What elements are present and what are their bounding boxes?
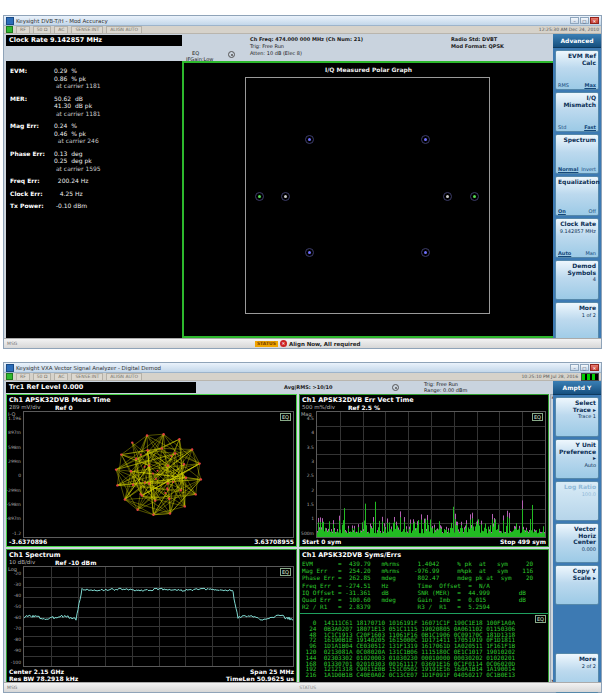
softkey-button[interactable]: Demod Symbols 4: [555, 260, 599, 300]
tick-label: -50: [14, 605, 22, 610]
softkey-label: Equalization: [558, 179, 596, 186]
tick-label: -897m: [6, 517, 22, 522]
minimize-button[interactable]: –: [570, 17, 579, 24]
active-function-bar: Clock Rate 9.142857 MHz: [6, 35, 182, 46]
softkey-menu-title: Advanced: [553, 34, 601, 48]
metric-value: 0.13 deg: [54, 150, 182, 158]
sweep-indicator-icon: [392, 384, 399, 391]
softkey-option-left[interactable]: Auto: [558, 250, 571, 256]
tick-label: 2.5: [307, 474, 315, 479]
softkey-button[interactable]: Select Trace ▸ Trace 1: [555, 397, 599, 437]
measurement-header: Clock Rate 9.142857 MHz EQ IFGain:Low Ch…: [4, 34, 601, 61]
status-bar: MSG STATUS ✕ Align Now, All required: [4, 338, 601, 348]
metric-label: Clock Err:: [10, 190, 54, 198]
app-icon: [6, 17, 14, 25]
softkey-option-right[interactable]: Man: [585, 250, 596, 256]
tick-label: 299m: [8, 460, 22, 465]
maximize-button[interactable]: ▢: [580, 364, 589, 371]
error-icon: ✕: [280, 340, 287, 347]
softkey-option-right[interactable]: Off: [589, 208, 596, 214]
metric-carrier: at carrier 1595: [54, 165, 182, 173]
align-segment: ALIGN AUTO: [106, 373, 142, 381]
pane-spectrum[interactable]: Ch1 Spectrum 10 dB/div Ref -10 dBm Log -…: [6, 549, 297, 684]
softkey-button[interactable]: Equalization On Off: [555, 176, 599, 216]
constellation-trace: [24, 412, 293, 537]
close-button[interactable]: ✕: [590, 17, 599, 24]
status-message: Align Now, All required: [289, 341, 360, 347]
maximize-button[interactable]: ▢: [580, 17, 589, 24]
window-title: Keysight VXA Vector Signal Analyzer - Di…: [16, 365, 570, 371]
tick-label: -20: [14, 572, 22, 577]
polar-graph-title: I/Q Measured Polar Graph: [184, 66, 553, 73]
stat-line: Mag Err = 254.20 m%rms -976.99 m%pk at s…: [302, 567, 546, 574]
timelen-label: TimeLen 50.9625 us: [226, 675, 294, 682]
pane-syms-errs[interactable]: Ch1 APSK32DVB Syms/Errs EVM = 439.79 m%r…: [299, 549, 549, 684]
x-axis-start: -3.6370896: [9, 538, 47, 545]
tick-label: 2: [311, 489, 315, 494]
minimize-button[interactable]: –: [570, 364, 579, 371]
timestamp: 12:25:30 AM Dec 24, 2010: [539, 27, 599, 32]
stat-line: Freq Err = -274.51 Hz Time Offset = N/A: [302, 582, 546, 589]
softkey-button[interactable]: More 1 of 2: [555, 302, 599, 342]
softkey-button[interactable]: Copy Y Scale ▸: [555, 565, 599, 605]
pane-ref: Ref 2.5 %: [348, 404, 380, 411]
metric-peak: 0.46 % pk: [54, 130, 182, 138]
softkey-option-left[interactable]: On: [558, 208, 566, 214]
softkey-button[interactable]: Clock Rate 9.142857 MHz Auto Man: [555, 218, 599, 258]
constellation-point: [470, 192, 479, 201]
plot-box: EQ: [23, 566, 294, 667]
tick-label: -80: [14, 638, 22, 643]
tick-label: 4: [311, 431, 315, 436]
softkey-option-left[interactable]: RMS: [558, 82, 569, 88]
plot-box: EQ: [23, 411, 294, 538]
metric-value: 200.24 Hz: [54, 177, 182, 185]
softkey-button[interactable]: Y Unit Preference ▸ Auto: [555, 439, 599, 479]
metric-value: -0.10 dBm: [54, 202, 182, 210]
metric-row: Clock Err: 4.25 Hz: [10, 190, 182, 198]
softkey-button[interactable]: I/Q Mismatch Std Fast: [555, 92, 599, 132]
metric-label: Freq Err:: [10, 177, 54, 185]
softkey-option-right[interactable]: Max: [584, 82, 596, 88]
screenshot-stage: Keysight DVB-T/H - Mod Accuracy – ▢ ✕ RF…: [0, 0, 603, 695]
msg-label: MSG: [7, 341, 17, 346]
demod-stats-block: EVM = 439.79 m%rms 1.4042 % pk at sym 20…: [302, 560, 546, 610]
softkey-option-right[interactable]: Fast: [584, 124, 596, 130]
softkey-button[interactable]: Vector Horiz Center 0.000: [555, 523, 599, 563]
metric-value: 50.62 dB: [54, 95, 182, 103]
titlebar[interactable]: Keysight DVB-T/H - Mod Accuracy – ▢ ✕: [4, 16, 601, 26]
rf-segment: RF: [16, 373, 30, 381]
softkey-button[interactable]: EVM Ref Calc RMS Max: [555, 50, 599, 90]
metric-label: Mag Err:: [10, 122, 54, 145]
close-button[interactable]: ✕: [590, 364, 599, 371]
softkey-option-right[interactable]: Invert: [581, 166, 596, 172]
softkey-panel: Amptd Y Scale Select Trace ▸ Trace 1 Y U…: [553, 381, 601, 682]
softkey-option-left[interactable]: Normal: [558, 166, 578, 172]
softkey-option-left[interactable]: Std: [558, 124, 566, 130]
pane-err-vect-time[interactable]: Ch1 APSK32DVB Err Vect Time 500 m%/div R…: [299, 394, 549, 547]
tick-label: -60: [14, 616, 22, 621]
x-axis-stop: 3.63708955: [254, 538, 294, 545]
eq-indicator: EQ: [280, 568, 291, 576]
plot-box: EQ: [316, 411, 546, 538]
softkey-value: Trace 1: [558, 413, 596, 419]
symbol-table: 0 14111C61 18170710 1016191F 16071C1F 19…: [302, 620, 546, 682]
constellation-point: [305, 248, 314, 257]
stat-line: Phase Err = 262.85 mdeg 802.47 mdeg pk a…: [302, 574, 546, 581]
constellation-point: [421, 135, 430, 144]
tick-label: 3: [311, 460, 315, 465]
constellation-point: [255, 192, 264, 201]
metric-value: 0.29 %: [54, 67, 182, 75]
coupling-segment: AC: [54, 373, 68, 381]
titlebar[interactable]: Keysight VXA Vector Signal Analyzer - Di…: [4, 363, 601, 373]
rf-led-indicator: [6, 373, 13, 380]
pane-scale: 500 m%/div: [302, 404, 335, 411]
coupling-segment: AC: [54, 26, 68, 34]
pane-title: Ch1 APSK32DVB Meas Time: [9, 396, 294, 404]
softkey-value: 9.142857 MHz: [558, 228, 596, 234]
softkey-button[interactable]: Spectrum Normal Invert: [555, 134, 599, 174]
metric-peak: 41.30 dB pk: [54, 102, 182, 110]
pane-meas-time[interactable]: Ch1 APSK32DVB Meas Time 289 mV/div Ref 0…: [6, 394, 297, 547]
softkey-button[interactable]: Log Ratio 100.0: [555, 481, 599, 521]
softkey-value: 1 of 2: [558, 312, 596, 318]
tick-label: -90: [14, 649, 22, 654]
